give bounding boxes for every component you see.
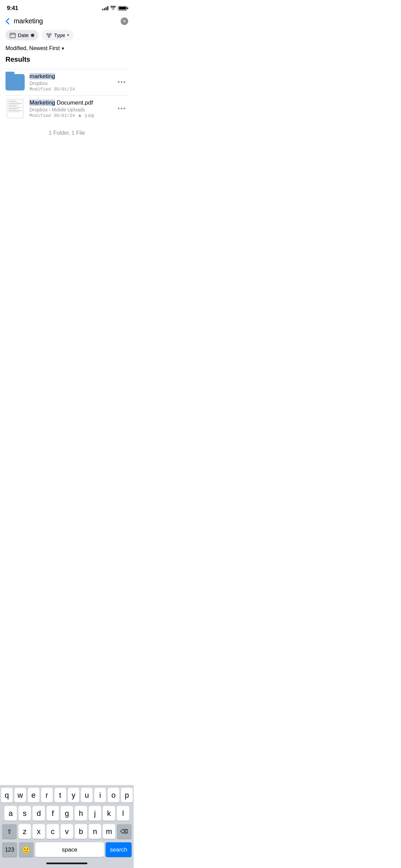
pdf-name: Marketing Document.pdf — [29, 99, 111, 106]
pdf-more-button[interactable]: ••• — [116, 104, 128, 114]
sort-row[interactable]: Modified, Newest First ▾ — [0, 44, 134, 56]
folder-icon — [5, 74, 25, 91]
folder-location: Dropbox — [29, 81, 111, 86]
star-icon: ★ — [78, 113, 82, 118]
search-input-container — [14, 17, 117, 25]
status-time: 9:41 — [7, 5, 18, 12]
pdf-meta: Modified 30/01/24 ★ 3 KB — [29, 113, 111, 118]
sort-chevron-icon: ▾ — [62, 46, 64, 51]
wifi-icon — [110, 6, 116, 11]
results-title: Results — [5, 56, 128, 63]
folder-thumbnail — [5, 73, 25, 92]
pdf-location: Dropbox › Mobile Uploads — [29, 107, 111, 112]
filter-type-chevron-icon: ▾ — [67, 33, 69, 37]
file-item-folder[interactable]: marketing Dropbox Modified 30/01/24 ••• — [5, 69, 128, 95]
folder-name: marketing — [29, 73, 111, 80]
filter-type-label: Type — [54, 32, 65, 38]
folder-meta: Modified 30/01/24 — [29, 87, 111, 92]
pdf-thumbnail — [5, 99, 25, 118]
battery-icon — [118, 6, 127, 11]
search-input[interactable] — [14, 17, 117, 25]
folder-modified: Modified 30/01/24 — [29, 87, 75, 92]
search-bar — [0, 14, 134, 28]
pdf-name-highlight: Marketing — [29, 99, 55, 106]
folder-name-highlight: marketing — [29, 73, 55, 80]
svg-rect-0 — [10, 33, 15, 38]
pdf-thumb-icon — [7, 99, 23, 118]
file-item-pdf[interactable]: Marketing Document.pdf Dropbox › Mobile … — [5, 95, 128, 122]
pdf-modified: Modified 30/01/24 — [29, 113, 75, 118]
filter-date-label: Date — [18, 32, 29, 38]
folder-more-button[interactable]: ••• — [116, 77, 128, 87]
sort-label: Modified, Newest First — [5, 45, 60, 51]
filter-chip-date[interactable]: Date — [5, 30, 38, 40]
filter-bar: Date Type ▾ — [0, 28, 134, 44]
folder-info: marketing Dropbox Modified 30/01/24 — [29, 73, 111, 92]
status-icons — [102, 6, 127, 11]
back-button[interactable] — [5, 18, 10, 25]
clear-button[interactable] — [121, 17, 128, 25]
status-bar: 9:41 — [0, 0, 134, 14]
signal-icon — [102, 6, 108, 10]
filter-date-active-dot — [31, 34, 34, 37]
results-summary: 1 Folder, 1 File — [5, 122, 128, 150]
pdf-size: 3 KB — [85, 113, 94, 118]
pdf-info: Marketing Document.pdf Dropbox › Mobile … — [29, 99, 111, 118]
filter-chip-type[interactable]: Type ▾ — [42, 30, 74, 40]
results-section: Results marketing Dropbox Modified 30/01… — [0, 56, 134, 150]
